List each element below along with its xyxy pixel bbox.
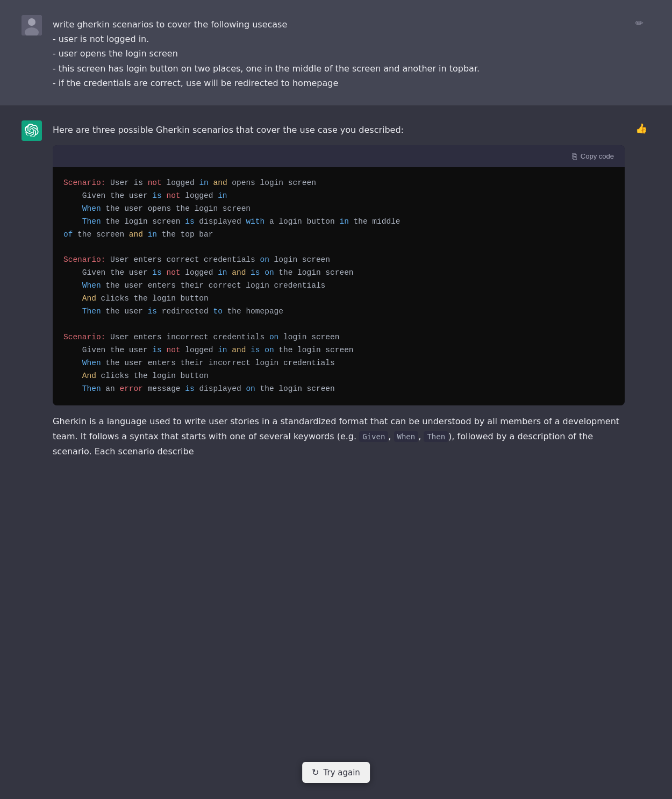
- scenario-1-then-line1: Then the login screen is displayed with …: [63, 216, 614, 229]
- user-line-5: - if the credentials are correct, use wi…: [53, 78, 338, 88]
- ai-message-actions: 👍: [635, 120, 650, 134]
- regenerate-icon: ↻: [312, 767, 319, 777]
- scenario-1-then-line2: of the screen and in the top bar: [63, 229, 614, 241]
- user-line-4: - this screen has login button on two pl…: [53, 63, 480, 74]
- spacer-1: [63, 241, 614, 254]
- code-block-header: ⎘ Copy code: [53, 145, 625, 167]
- spacer-2: [63, 318, 614, 331]
- scenario-3-then: Then an error message is displayed on th…: [63, 383, 614, 396]
- ai-message: Here are three possible Gherkin scenario…: [0, 105, 672, 474]
- keyword-when-inline: When: [394, 431, 419, 442]
- user-line-3: - user opens the login screen: [53, 48, 178, 59]
- user-line-1: write gherkin scenarios to cover the fol…: [53, 19, 287, 30]
- svg-point-1: [28, 18, 35, 26]
- thumbs-up-icon[interactable]: 👍: [635, 123, 647, 134]
- scenario-3-given: Given the user is not logged in and is o…: [63, 344, 614, 357]
- user-message: write gherkin scenarios to cover the fol…: [0, 0, 672, 105]
- ai-message-content: Here are three possible Gherkin scenario…: [53, 120, 625, 459]
- description-text: Gherkin is a language used to write user…: [53, 414, 625, 459]
- ai-avatar: [22, 120, 42, 141]
- scenario-1-title: Scenario: User is not logged in and open…: [63, 177, 614, 190]
- user-line-2: - user is not logged in.: [53, 34, 149, 44]
- scenario-1-given: Given the user is not logged in: [63, 190, 614, 203]
- scenario-2-when: When the user enters their correct login…: [63, 280, 614, 293]
- copy-icon: ⎘: [572, 152, 577, 161]
- scenario-3-and: And clicks the login button: [63, 370, 614, 383]
- scenario-1-when: When the user opens the login screen: [63, 203, 614, 216]
- scenario-3-when: When the user enters their incorrect log…: [63, 357, 614, 370]
- description-part-3: ,: [418, 431, 424, 441]
- description-part-2: ,: [388, 431, 394, 441]
- scenario-3-title: Scenario: User enters incorrect credenti…: [63, 331, 614, 344]
- copy-code-label: Copy code: [581, 152, 614, 160]
- try-again-button[interactable]: ↻ Try again: [302, 762, 370, 783]
- try-again-container: ↻ Try again: [302, 762, 370, 783]
- user-message-actions: ✏: [635, 15, 650, 28]
- keyword-given-inline: Given: [359, 431, 388, 442]
- code-content: Scenario: User is not logged in and open…: [53, 167, 625, 405]
- user-avatar: [22, 15, 42, 35]
- chat-container: write gherkin scenarios to cover the fol…: [0, 0, 672, 474]
- keyword-then-inline: Then: [424, 431, 448, 442]
- try-again-label: Try again: [324, 768, 360, 777]
- scenario-2-given: Given the user is not logged in and is o…: [63, 267, 614, 280]
- ai-intro-text: Here are three possible Gherkin scenario…: [53, 123, 625, 138]
- user-message-content: write gherkin scenarios to cover the fol…: [53, 15, 625, 90]
- code-block-wrapper: ⎘ Copy code Scenario: User is not logged…: [53, 145, 625, 405]
- copy-code-button[interactable]: ⎘ Copy code: [570, 151, 616, 162]
- scenario-2-and: And clicks the login button: [63, 293, 614, 305]
- scenario-2-then: Then the user is redirected to the homep…: [63, 305, 614, 318]
- edit-icon[interactable]: ✏: [635, 17, 644, 28]
- scenario-2-title: Scenario: User enters correct credential…: [63, 254, 614, 267]
